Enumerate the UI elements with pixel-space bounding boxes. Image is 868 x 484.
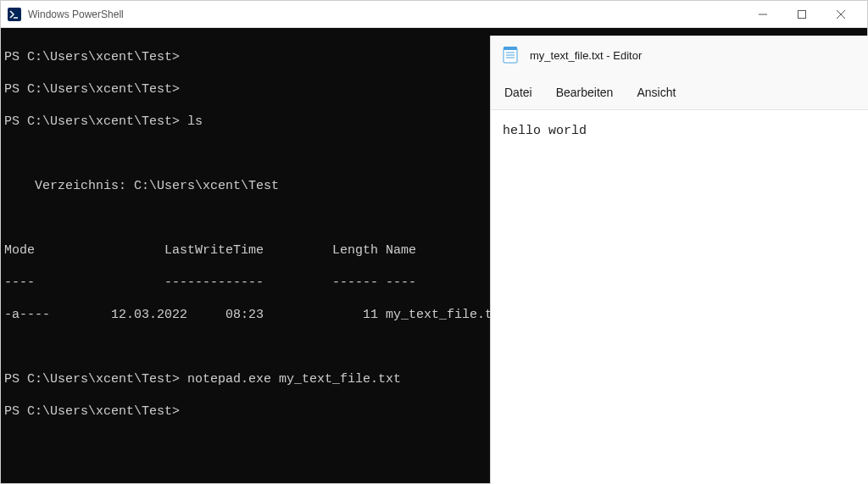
notepad-window: my_text_file.txt - Editor Datei Bearbeit… bbox=[490, 36, 868, 484]
powershell-icon bbox=[8, 8, 21, 21]
notepad-menubar: Datei Bearbeiten Ansicht bbox=[491, 75, 868, 110]
notepad-title: my_text_file.txt - Editor bbox=[530, 49, 642, 62]
maximize-button[interactable] bbox=[782, 1, 821, 28]
menu-file[interactable]: Datei bbox=[504, 86, 532, 99]
powershell-title: Windows PowerShell bbox=[28, 8, 743, 20]
close-button[interactable] bbox=[821, 1, 860, 28]
svg-rect-7 bbox=[504, 47, 517, 50]
svg-rect-3 bbox=[798, 10, 806, 18]
minimize-button[interactable] bbox=[743, 1, 782, 28]
notepad-editor[interactable]: hello world bbox=[491, 110, 868, 484]
menu-edit[interactable]: Bearbeiten bbox=[556, 86, 614, 99]
notepad-content: hello world bbox=[503, 124, 587, 138]
notepad-titlebar[interactable]: my_text_file.txt - Editor bbox=[491, 36, 868, 75]
powershell-titlebar[interactable]: Windows PowerShell bbox=[1, 1, 867, 28]
notepad-icon bbox=[503, 47, 518, 64]
menu-view[interactable]: Ansicht bbox=[637, 86, 676, 99]
window-controls bbox=[743, 1, 860, 28]
